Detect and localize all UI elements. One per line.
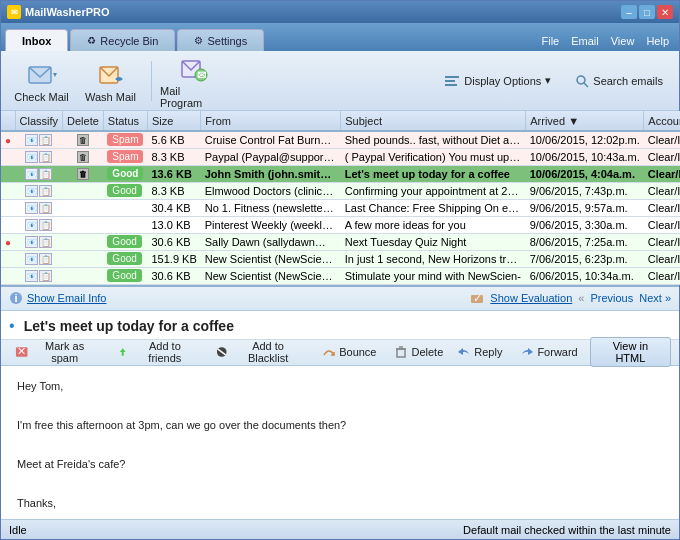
show-email-info-link[interactable]: Show Email Info: [27, 292, 106, 304]
reply-button[interactable]: Reply: [451, 344, 508, 360]
add-to-blacklist-button[interactable]: Add to Blacklist: [209, 338, 310, 366]
row-size: 13.6 KB: [147, 165, 200, 182]
svg-rect-8: [445, 84, 457, 86]
body-line: Meet at Freida's cafe?: [17, 456, 663, 474]
row-from: Elmwood Doctors (clinic@elmwo...: [201, 182, 341, 199]
window-controls: – □ ✕: [621, 5, 673, 19]
spam-icon: ✕: [15, 346, 28, 358]
row-delete[interactable]: 🗑: [63, 148, 104, 165]
row-size: 30.6 KB: [147, 233, 200, 250]
menu-view[interactable]: View: [611, 35, 635, 47]
bounce-button[interactable]: Bounce: [316, 344, 382, 360]
title-bar-left: ✉ MailWasherPRO: [7, 5, 110, 19]
email-row[interactable]: ●📧📋🗑Spam5.6 KBCruise Control Fat Burner …: [1, 131, 680, 148]
row-delete[interactable]: 🗑: [63, 131, 104, 148]
row-arrived: 7/06/2015, 6:23p.m.: [526, 250, 644, 267]
check-mail-button[interactable]: Check Mail: [9, 55, 74, 107]
col-arrived[interactable]: Arrived ▼: [526, 111, 644, 131]
email-row[interactable]: 📧📋Good8.3 KBElmwood Doctors (clinic@elmw…: [1, 182, 680, 199]
row-classify[interactable]: 📧📋: [15, 148, 63, 165]
mail-program-label: Mail Program: [160, 85, 225, 109]
email-row[interactable]: 📧📋30.4 KBNo 1. Fitness (newsletter@no1fi…: [1, 199, 680, 216]
menu-email[interactable]: Email: [571, 35, 599, 47]
display-options-button[interactable]: Display Options ▾: [436, 70, 559, 92]
col-subject[interactable]: Subject: [341, 111, 526, 131]
wash-mail-button[interactable]: Wash Mail: [78, 55, 143, 107]
add-to-friends-button[interactable]: Add to friends: [110, 338, 204, 366]
row-status: Spam: [103, 131, 147, 148]
email-row[interactable]: 📧📋Good30.6 KBNew Scientist (NewScientist…: [1, 267, 680, 284]
row-account: Clear/INBOX: [644, 250, 680, 267]
row-classify[interactable]: 📧📋: [15, 182, 63, 199]
row-delete[interactable]: [63, 267, 104, 284]
status-badge: Good: [107, 235, 141, 248]
row-delete[interactable]: [63, 216, 104, 233]
row-classify[interactable]: 📧📋: [15, 199, 63, 216]
row-delete[interactable]: [63, 199, 104, 216]
row-dot: [1, 267, 15, 284]
email-list-container: Classify Delete Status Size From Subject…: [1, 111, 679, 285]
row-dot: [1, 182, 15, 199]
row-classify[interactable]: 📧📋: [15, 267, 63, 284]
subject-dot: •: [9, 317, 15, 334]
mark-as-spam-button[interactable]: ✕ Mark as spam: [9, 338, 104, 366]
email-row[interactable]: 📧📋🗑Spam8.3 KBPaypal (Paypal@support.com)…: [1, 148, 680, 165]
row-delete[interactable]: [63, 250, 104, 267]
row-status: Good: [103, 250, 147, 267]
row-classify[interactable]: 📧📋: [15, 233, 63, 250]
reply-label: Reply: [474, 346, 502, 358]
tab-settings[interactable]: ⚙ Settings: [177, 29, 264, 51]
row-size: 5.6 KB: [147, 131, 200, 148]
row-account: Clear/INBOX: [644, 131, 680, 148]
show-evaluation-link[interactable]: Show Evaluation: [490, 292, 572, 304]
preview-header-right: ✓ Show Evaluation « Previous Next »: [470, 291, 671, 305]
row-from: New Scientist (NewScientist@e.n...: [201, 250, 341, 267]
search-emails-button[interactable]: Search emails: [567, 71, 671, 91]
row-classify[interactable]: 📧📋: [15, 165, 63, 182]
delete-icon: [394, 346, 408, 358]
email-row[interactable]: 📧📋Good151.9 KBNew Scientist (NewScientis…: [1, 250, 680, 267]
email-row[interactable]: ●📧📋Good30.6 KBSally Dawn (sallydawn@outl…: [1, 233, 680, 250]
col-status[interactable]: Status: [103, 111, 147, 131]
row-dot: [1, 148, 15, 165]
search-emails-label: Search emails: [593, 75, 663, 87]
maximize-button[interactable]: □: [639, 5, 655, 19]
row-status: Good: [103, 233, 147, 250]
tab-settings-label: Settings: [207, 35, 247, 47]
svg-rect-19: [397, 349, 405, 357]
menu-file[interactable]: File: [541, 35, 559, 47]
delete-button[interactable]: Delete: [388, 344, 449, 360]
svg-text:✓: ✓: [473, 292, 482, 304]
next-link[interactable]: Next »: [639, 292, 671, 304]
email-row[interactable]: 📧📋13.0 KBPinterest Weekly (weekly@explor…: [1, 216, 680, 233]
col-classify[interactable]: Classify: [15, 111, 63, 131]
col-from[interactable]: From: [201, 111, 341, 131]
col-delete[interactable]: Delete: [63, 111, 104, 131]
row-dot: ●: [1, 233, 15, 250]
forward-icon: [520, 346, 534, 358]
row-classify[interactable]: 📧📋: [15, 250, 63, 267]
view-in-html-button[interactable]: View in HTML: [590, 337, 671, 367]
col-account[interactable]: Account: [644, 111, 680, 131]
row-classify[interactable]: 📧📋: [15, 216, 63, 233]
row-delete[interactable]: [63, 182, 104, 199]
row-delete[interactable]: 🗑: [63, 165, 104, 182]
tab-inbox[interactable]: Inbox: [5, 29, 68, 51]
email-row[interactable]: 📧📋🗑Good13.6 KBJohn Smith (john.smith@gig…: [1, 165, 680, 182]
close-button[interactable]: ✕: [657, 5, 673, 19]
menu-help[interactable]: Help: [646, 35, 669, 47]
col-size[interactable]: Size: [147, 111, 200, 131]
display-options-icon: [444, 73, 460, 89]
previous-link[interactable]: Previous: [590, 292, 633, 304]
wash-mail-label: Wash Mail: [85, 91, 136, 103]
title-bar: ✉ MailWasherPRO – □ ✕: [1, 1, 679, 23]
row-status: Spam: [103, 148, 147, 165]
row-from: Paypal (Paypal@support.com): [201, 148, 341, 165]
row-classify[interactable]: 📧📋: [15, 131, 63, 148]
toolbar-separator: [151, 61, 152, 101]
forward-button[interactable]: Forward: [514, 344, 583, 360]
tab-recycle[interactable]: ♻ Recycle Bin: [70, 29, 175, 51]
minimize-button[interactable]: –: [621, 5, 637, 19]
mail-program-button[interactable]: ✉ Mail Program: [160, 55, 225, 107]
row-delete[interactable]: [63, 233, 104, 250]
